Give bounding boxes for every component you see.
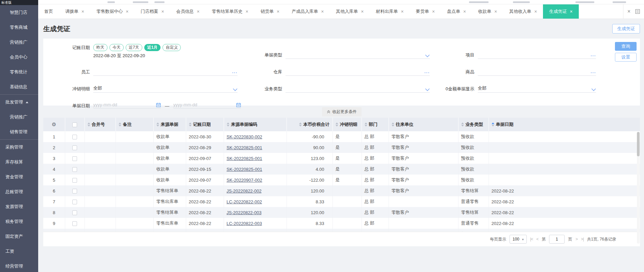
- tab-close-icon[interactable]: ×: [534, 9, 537, 14]
- scrollbar-thumb[interactable]: [637, 132, 640, 156]
- tab[interactable]: 要货单×: [410, 4, 441, 19]
- source-code-link[interactable]: SK-20220907-002: [227, 178, 263, 183]
- sort-icons[interactable]: [461, 122, 464, 127]
- source-code-link[interactable]: LC-20220822-002: [227, 199, 262, 204]
- business-type-select[interactable]: [286, 83, 430, 93]
- table-row[interactable]: 1收款单2022-08-30SK-20220830-002-90.00是总 部零…: [43, 131, 640, 142]
- column-settings-header[interactable]: ⚙: [43, 118, 65, 131]
- col-source-code[interactable]: 来源单据编码: [224, 118, 287, 131]
- sidebar-item[interactable]: 库存核算: [0, 155, 38, 169]
- table-row[interactable]: 7零售出库单2022-08-22LC-20220822-0028.33总 部普通…: [43, 196, 640, 207]
- settings-button[interactable]: 设置: [615, 53, 637, 62]
- source-code-link[interactable]: SK-20220825-001: [227, 167, 263, 172]
- col-biz-type[interactable]: 业务类型: [458, 118, 489, 131]
- ellipsis-picker-icon[interactable]: ···: [591, 54, 596, 58]
- col-dept[interactable]: 部门: [362, 118, 389, 131]
- tab[interactable]: 调拨单×: [59, 4, 90, 19]
- sidebar-item[interactable]: 采购管理: [0, 139, 38, 155]
- query-button[interactable]: 查询: [615, 42, 637, 51]
- project-picker[interactable]: ···: [478, 49, 596, 59]
- tab-close-icon[interactable]: ×: [126, 9, 128, 14]
- tab-close-icon[interactable]: ×: [432, 9, 435, 14]
- generate-voucher-button[interactable]: 生成凭证: [612, 24, 640, 33]
- source-code-link[interactable]: JS-20220822-002: [227, 188, 262, 194]
- col-doc-date[interactable]: 单据日期: [489, 118, 640, 131]
- sidebar-item[interactable]: 固定资产: [0, 229, 38, 244]
- preset-yesterday[interactable]: 昨天: [93, 44, 107, 51]
- tab[interactable]: 零售数据中心×: [90, 4, 134, 19]
- sort-icons[interactable]: [392, 122, 394, 127]
- table-row[interactable]: 8零售结算单2022-08-22JS-20220822-003120.00总 部…: [43, 207, 640, 218]
- chevron-down-icon[interactable]: [591, 88, 596, 91]
- tab[interactable]: 零售结算单历史×: [206, 4, 254, 19]
- tab-close-icon[interactable]: ×: [361, 9, 364, 14]
- sidebar-item[interactable]: 工资: [0, 244, 38, 259]
- row-checkbox[interactable]: [72, 156, 77, 161]
- tab[interactable]: 产成品入库单×: [286, 4, 330, 19]
- sidebar-item[interactable]: 总账管理: [0, 184, 38, 199]
- sidebar-item[interactable]: 批发管理: [0, 94, 38, 110]
- tab-close-icon[interactable]: ×: [81, 9, 84, 14]
- col-merge-no[interactable]: 合并号: [84, 118, 116, 131]
- row-checkbox[interactable]: [72, 167, 77, 172]
- tab-close-icon[interactable]: ×: [321, 9, 324, 14]
- table-row[interactable]: 2收款单2022-08-29SK-20220825-00190.00是总 部零散…: [43, 142, 640, 153]
- ellipsis-picker-icon[interactable]: ···: [424, 71, 430, 74]
- col-posting-date[interactable]: 记账日期: [186, 118, 224, 131]
- sidebar-item[interactable]: 零售商城: [0, 20, 38, 35]
- first-page-icon[interactable]: |<: [530, 237, 533, 242]
- col-source-doc[interactable]: 来源单据: [153, 118, 186, 131]
- col-partner[interactable]: 往来单位: [389, 118, 458, 131]
- sort-icons[interactable]: [119, 122, 121, 127]
- sidebar-item[interactable]: 基础信息: [0, 80, 38, 94]
- table-row[interactable]: 6零售结算单2022-08-22JS-20220822-002120.00总 部…: [43, 185, 640, 196]
- col-writeoff[interactable]: 冲销明细: [332, 118, 362, 131]
- tab-list-icon[interactable]: [635, 9, 640, 14]
- tab-close-icon[interactable]: ×: [246, 9, 248, 14]
- calendar-icon[interactable]: [156, 103, 161, 107]
- goods-picker[interactable]: ···: [478, 66, 596, 76]
- table-row[interactable]: 9零售出库单2022-08-22LC-20220822-0038.33总 部普通…: [43, 218, 640, 229]
- doc-date-start-input[interactable]: yyyy-mm-dd: [93, 102, 161, 109]
- tab[interactable]: 生成凭证×: [543, 4, 578, 19]
- sidebar-item[interactable]: 智慧门店: [0, 5, 38, 20]
- row-checkbox[interactable]: [72, 189, 77, 194]
- tab[interactable]: 收款单×: [472, 4, 503, 19]
- tab-close-icon[interactable]: ×: [161, 9, 164, 14]
- tab[interactable]: 门店档案×: [134, 4, 170, 19]
- writeoff-select[interactable]: 全部: [93, 83, 238, 93]
- row-checkbox[interactable]: [72, 135, 77, 139]
- row-checkbox[interactable]: [72, 200, 77, 204]
- preset-last7days[interactable]: 近7天: [126, 44, 142, 51]
- sidebar-item[interactable]: 营销推广: [0, 110, 38, 124]
- sort-icons[interactable]: [189, 122, 192, 127]
- select-all-header[interactable]: [65, 118, 84, 131]
- tab[interactable]: 其他收入单×: [503, 4, 543, 19]
- chevron-down-icon[interactable]: [425, 54, 430, 58]
- select-all-checkbox[interactable]: [72, 122, 77, 127]
- col-amount[interactable]: 本币价税合计: [287, 118, 332, 131]
- calendar-icon[interactable]: [236, 103, 241, 107]
- tab[interactable]: 材料出库单×: [370, 4, 410, 19]
- row-checkbox[interactable]: [72, 221, 77, 226]
- source-code-link[interactable]: SK-20220830-002: [227, 134, 263, 139]
- tab-close-icon[interactable]: ×: [494, 9, 497, 14]
- sidebar-item[interactable]: 发票管理: [0, 199, 38, 214]
- table-row[interactable]: 10零售出库单2022-08-22LC-20220822-0018.33总 部普…: [43, 229, 640, 232]
- table-row[interactable]: 4收款单2022-09-15SK-20220825-0014.00是总 部零散客…: [43, 164, 640, 175]
- sort-icons[interactable]: [299, 122, 302, 127]
- sort-icons[interactable]: [336, 122, 338, 127]
- sidebar-item[interactable]: 税务管理: [0, 214, 38, 229]
- preset-custom[interactable]: 自定义: [163, 44, 181, 51]
- ellipsis-picker-icon[interactable]: ···: [232, 71, 238, 74]
- sort-icons[interactable]: [492, 122, 494, 127]
- prev-page-icon[interactable]: <: [536, 237, 538, 242]
- sidebar-item[interactable]: 资金管理: [0, 169, 38, 184]
- sort-icons[interactable]: [156, 122, 159, 127]
- chevron-down-icon[interactable]: [233, 88, 238, 91]
- tab-close-icon[interactable]: ×: [277, 9, 279, 14]
- tab-close-icon[interactable]: ×: [401, 9, 404, 14]
- tab[interactable]: 销货单×: [254, 4, 286, 19]
- page-size-select[interactable]: 100 ▾: [510, 235, 527, 244]
- sort-icons[interactable]: [365, 122, 367, 127]
